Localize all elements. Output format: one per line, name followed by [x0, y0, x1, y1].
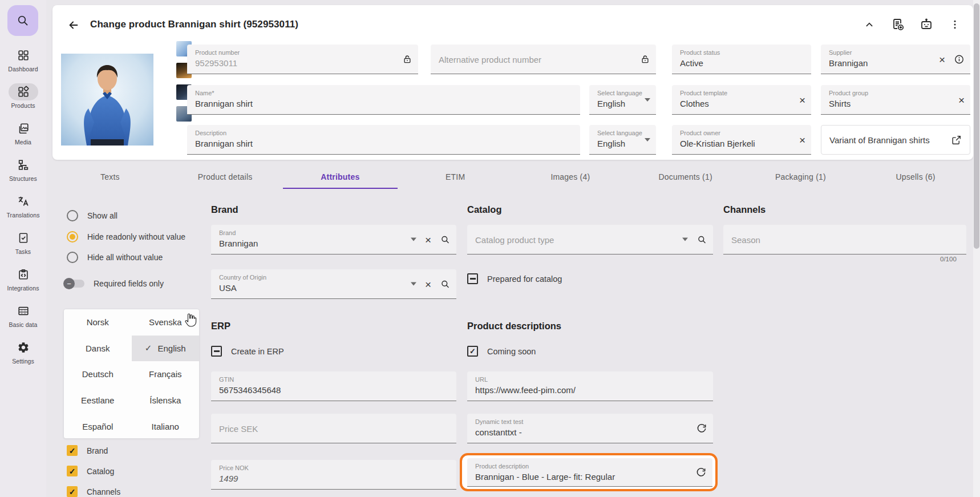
language-option-dansk[interactable]: Dansk — [64, 336, 132, 362]
product-owner-field[interactable]: Product owner Ole-Kristian Bjerkeli × — [672, 125, 811, 155]
search-icon[interactable] — [440, 234, 451, 245]
description-field[interactable]: Description Brannigan shirt — [187, 125, 580, 155]
add-document-icon[interactable] — [891, 18, 905, 31]
sidebar-nav: Dashboard Products Media Structures Tran… — [0, 41, 46, 370]
highlighted-field-outline: Product description Brannigan - Blue - L… — [460, 453, 718, 491]
season-field[interactable]: Season — [723, 225, 966, 254]
description-language-select[interactable]: Select language English — [589, 125, 656, 155]
tab-images[interactable]: Images (4) — [513, 165, 628, 189]
language-option-eestlane[interactable]: Eestlane — [64, 387, 132, 414]
product-image[interactable] — [61, 54, 153, 146]
sidebar-item-products[interactable]: Products — [0, 78, 46, 114]
basic-data-icon — [9, 302, 38, 320]
clear-icon[interactable]: × — [799, 134, 805, 145]
checkbox-checked-icon: ✓ — [67, 466, 78, 476]
tab-etim[interactable]: ETIM — [398, 165, 513, 189]
supplier-field[interactable]: Supplier Brannigan × — [821, 45, 970, 74]
tab-documents[interactable]: Documents (1) — [628, 165, 743, 189]
language-option-italiano[interactable]: Italiano — [132, 413, 200, 439]
price-sek-field[interactable]: Price SEK — [211, 414, 456, 443]
page-scrollbar[interactable] — [973, 0, 980, 497]
language-option-norsk[interactable]: Norsk — [64, 309, 132, 336]
url-field[interactable]: URL https://www.feed-pim.com/ — [467, 371, 713, 401]
sidebar-item-settings[interactable]: Settings — [0, 333, 46, 370]
sidebar-item-structures[interactable]: Structures — [0, 151, 46, 187]
tab-upsells[interactable]: Upsells (6) — [858, 165, 973, 189]
tab-product-details[interactable]: Product details — [168, 165, 283, 189]
sidebar-item-translations[interactable]: Translations — [0, 187, 46, 224]
name-language-select[interactable]: Select language English — [589, 85, 656, 115]
catalog-product-type-field[interactable]: Catalog product type — [467, 225, 713, 254]
info-icon[interactable] — [954, 54, 965, 64]
sidebar-item-basic-data[interactable]: Basic data — [0, 297, 46, 333]
product-number-field[interactable]: Product number 952953011 — [187, 45, 418, 74]
create-in-erp-checkbox[interactable]: Create in ERP — [211, 346, 284, 357]
structures-icon — [9, 156, 38, 173]
clear-icon[interactable]: × — [939, 54, 945, 64]
tasks-icon — [9, 229, 38, 247]
brand-field[interactable]: Brand Brannigan × — [211, 225, 456, 254]
language-option-francais[interactable]: Français — [132, 361, 200, 387]
ai-robot-icon[interactable] — [920, 18, 933, 31]
variant-link-button[interactable]: Variant of Brannigan shirts — [821, 125, 970, 155]
sidebar-search-button[interactable] — [7, 5, 38, 36]
chevron-down-icon[interactable] — [411, 282, 416, 286]
sidebar-item-label: Media — [15, 139, 31, 146]
gtin-field[interactable]: GTIN 5675346345648 — [211, 371, 456, 401]
product-template-field[interactable]: Product template Clothes × — [672, 85, 811, 115]
group-checkbox-channels[interactable]: ✓ Channels — [67, 486, 120, 497]
sidebar-item-dashboard[interactable]: Dashboard — [0, 41, 46, 78]
alternative-product-number-field[interactable]: Alternative product number — [431, 45, 656, 74]
refresh-icon[interactable] — [695, 467, 707, 478]
clear-icon[interactable]: × — [425, 234, 431, 245]
product-group-field[interactable]: Product group Shirts × — [821, 85, 970, 115]
clear-icon[interactable]: × — [799, 94, 805, 105]
chevron-down-icon[interactable] — [411, 238, 416, 241]
section-heading-product-descriptions: Product descriptions — [467, 321, 561, 332]
language-option-svenska[interactable]: Svenska — [132, 309, 200, 336]
country-of-origin-field[interactable]: Country of Origin USA × — [211, 269, 456, 299]
language-option-islenska[interactable]: Íslenska — [132, 387, 200, 414]
coming-soon-checkbox[interactable]: ✓ Coming soon — [467, 346, 536, 357]
refresh-icon[interactable] — [696, 423, 707, 434]
name-field[interactable]: Name* Brannigan shirt — [187, 85, 580, 115]
required-fields-toggle[interactable]: − Required fields only — [65, 279, 164, 288]
sidebar-item-integrations[interactable]: Integrations — [0, 260, 46, 297]
group-checkbox-brand[interactable]: ✓ Brand — [67, 445, 108, 456]
toggle-off-icon: − — [65, 280, 84, 288]
search-icon[interactable] — [696, 234, 707, 245]
checkbox-indeterminate-icon — [467, 273, 478, 284]
sidebar-item-label: Tasks — [15, 248, 31, 255]
radio-hide-all[interactable]: Hide all without value — [67, 252, 163, 263]
group-checkbox-catalog[interactable]: ✓ Catalog — [67, 466, 114, 476]
prepared-for-catalog-checkbox[interactable]: Prepared for catalog — [467, 273, 562, 284]
sidebar-item-media[interactable]: Media — [0, 114, 46, 151]
product-status-field[interactable]: Product status Active — [672, 45, 811, 74]
language-option-espanol[interactable]: Español — [64, 413, 132, 439]
back-button[interactable] — [66, 18, 81, 33]
language-option-deutsch[interactable]: Deutsch — [64, 361, 132, 387]
product-description-field[interactable]: Product description Brannigan - Blue - L… — [467, 458, 712, 487]
chevron-down-icon[interactable] — [682, 238, 688, 241]
sidebar-item-tasks[interactable]: Tasks — [0, 224, 46, 260]
dynamic-text-test-field[interactable]: Dynamic text test constanttxt - — [467, 414, 713, 443]
tab-texts[interactable]: Texts — [52, 165, 168, 189]
search-icon[interactable] — [440, 278, 451, 289]
radio-show-all[interactable]: Show all — [67, 210, 118, 221]
language-option-english[interactable]: ✓English — [132, 336, 200, 362]
more-options-icon[interactable] — [948, 18, 962, 31]
clear-icon[interactable]: × — [958, 94, 965, 105]
scrollbar-thumb[interactable] — [974, 3, 979, 249]
price-nok-field[interactable]: Price NOK 1499 — [211, 460, 456, 490]
character-counter: 0/100 — [940, 256, 957, 262]
tab-packaging[interactable]: Packaging (1) — [743, 165, 858, 189]
collapse-icon[interactable] — [862, 18, 876, 31]
sidebar-item-label: Translations — [6, 212, 39, 219]
chevron-down-icon — [645, 138, 650, 142]
section-heading-catalog: Catalog — [467, 204, 502, 215]
tab-bar: Texts Product details Attributes ETIM Im… — [52, 165, 973, 189]
radio-hide-readonly[interactable]: Hide readonly without value — [67, 231, 185, 243]
tab-attributes[interactable]: Attributes — [283, 165, 398, 189]
checkbox-checked-icon: ✓ — [67, 445, 78, 456]
clear-icon[interactable]: × — [425, 278, 431, 289]
